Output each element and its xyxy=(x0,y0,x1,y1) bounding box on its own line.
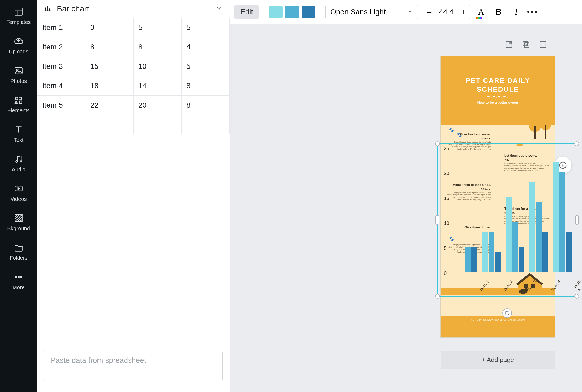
paw-icon: 🐾 xyxy=(449,127,454,133)
bar-chart[interactable]: 0510152025 Item 1Item 2Item 3Item 4Item … xyxy=(446,146,574,272)
resize-handle-tl[interactable] xyxy=(435,141,440,146)
svg-point-4 xyxy=(17,69,18,71)
svg-point-11 xyxy=(18,276,19,278)
bar-group xyxy=(481,232,502,272)
y-tick-label: 10 xyxy=(444,221,449,226)
sidebar-label: Folders xyxy=(10,255,28,261)
svg-rect-3 xyxy=(15,67,22,74)
notes-icon[interactable] xyxy=(504,40,513,49)
paste-data-input[interactable]: Paste data from spreadsheet xyxy=(44,351,223,381)
chart-type-selector[interactable]: Bar chart xyxy=(37,0,230,18)
cloud-upload-icon xyxy=(13,36,24,46)
svg-point-10 xyxy=(15,276,17,278)
font-size-stepper: – 44.4 + xyxy=(423,5,470,19)
bar xyxy=(559,172,565,272)
swatch-3[interactable] xyxy=(302,6,315,18)
y-tick-label: 25 xyxy=(444,146,449,151)
sidebar-item-templates[interactable]: Templates xyxy=(0,5,37,27)
duplicate-page-icon[interactable] xyxy=(521,40,530,49)
text-icon xyxy=(13,124,24,135)
left-sidebar: Templates Uploads Photos Elements Text A… xyxy=(0,0,37,392)
sidebar-item-background[interactable]: Bkground xyxy=(0,211,37,233)
bar xyxy=(512,222,518,272)
infographic-subtitle: How to be a better owner xyxy=(477,100,519,104)
swatch-2[interactable] xyxy=(285,6,299,18)
y-tick-label: 5 xyxy=(444,246,447,251)
bar-group xyxy=(552,162,573,272)
increase-size-button[interactable]: + xyxy=(457,5,470,19)
color-spectrum-icon xyxy=(476,17,482,19)
x-category-label: Item 5 xyxy=(573,279,582,292)
table-row: Item 1055 xyxy=(37,18,230,37)
canvas-area[interactable]: PET CARE DAILY SCHEDULE How to be a bett… xyxy=(230,24,582,392)
sidebar-label: Photos xyxy=(10,78,27,84)
sidebar-item-videos[interactable]: Videos xyxy=(0,182,37,204)
shapes-icon xyxy=(13,95,24,105)
selection-box[interactable]: 0510152025 Item 1Item 2Item 3Item 4Item … xyxy=(437,143,577,297)
x-category-label: Item 2 xyxy=(503,279,514,292)
bar xyxy=(471,247,477,272)
svg-point-5 xyxy=(15,97,18,100)
sidebar-item-folders[interactable]: Folders xyxy=(0,241,37,263)
bar xyxy=(529,182,535,272)
table-row: Item 315105 xyxy=(37,57,230,76)
sidebar-label: Audio xyxy=(12,167,25,173)
resize-handle-bl[interactable] xyxy=(435,294,440,299)
divider xyxy=(320,5,320,19)
infographic-title: PET CARE DAILY SCHEDULE xyxy=(466,76,530,93)
svg-point-12 xyxy=(20,276,22,278)
y-tick-label: 15 xyxy=(444,196,449,201)
sidebar-item-photos[interactable]: Photos xyxy=(0,64,37,86)
bar-group xyxy=(528,182,549,272)
bar xyxy=(465,247,471,272)
music-icon xyxy=(13,154,24,164)
sidebar-item-audio[interactable]: Audio xyxy=(0,152,37,174)
bold-button[interactable]: B xyxy=(492,6,505,18)
sidebar-item-uploads[interactable]: Uploads xyxy=(0,34,37,56)
trees-icon xyxy=(528,120,552,146)
y-tick-label: 20 xyxy=(444,171,449,176)
chart-data-table[interactable]: Item 1055 Item 2884 Item 315105 Item 418… xyxy=(37,18,230,134)
x-category-label: Item 3 xyxy=(527,279,538,292)
color-swatches xyxy=(269,6,315,18)
resize-handle-tr[interactable] xyxy=(574,141,579,146)
chevron-down-icon xyxy=(407,8,413,16)
sidebar-item-text[interactable]: Text xyxy=(0,123,37,145)
rotate-handle[interactable] xyxy=(502,308,512,318)
chart-data-panel: Bar chart Item 1055 Item 2884 Item 31510… xyxy=(37,0,230,392)
font-name: Open Sans Light xyxy=(330,8,386,16)
table-row xyxy=(37,115,230,134)
video-icon xyxy=(13,183,24,194)
text-color-button[interactable]: A xyxy=(475,6,487,18)
add-page-icon[interactable] xyxy=(538,40,547,49)
svg-point-7 xyxy=(20,160,22,161)
resize-handle-br[interactable] xyxy=(574,294,579,299)
sidebar-item-elements[interactable]: Elements xyxy=(0,93,37,115)
sidebar-item-more[interactable]: More xyxy=(0,270,37,292)
bar-chart-icon xyxy=(44,4,52,13)
edit-button[interactable]: Edit xyxy=(234,5,259,19)
decrease-size-button[interactable]: – xyxy=(423,5,436,19)
table-row: Item 522208 xyxy=(37,96,230,115)
italic-button[interactable]: I xyxy=(510,6,523,18)
y-tick-label: 0 xyxy=(444,271,447,276)
more-options-button[interactable] xyxy=(527,11,537,13)
resize-handle-left[interactable] xyxy=(435,215,439,225)
swatch-1[interactable] xyxy=(269,6,283,18)
folder-icon xyxy=(13,242,24,253)
add-page-button[interactable]: + Add page xyxy=(441,351,555,369)
chevron-down-icon xyxy=(216,5,223,13)
font-selector[interactable]: Open Sans Light xyxy=(325,5,418,19)
bar xyxy=(519,247,524,272)
bar xyxy=(506,197,512,272)
infographic-header: PET CARE DAILY SCHEDULE How to be a bett… xyxy=(441,56,555,125)
top-toolbar: Edit Open Sans Light – 44.4 + A B I xyxy=(230,0,582,24)
bar xyxy=(495,252,501,272)
svg-rect-21 xyxy=(545,125,546,139)
infographic-footer: MORE INFO: WWW.REALLYGREATSITE.COM xyxy=(441,316,555,337)
sidebar-label: Elements xyxy=(7,108,29,114)
bar-group xyxy=(504,197,526,272)
sidebar-label: Videos xyxy=(11,196,27,202)
resize-handle-right[interactable] xyxy=(575,215,579,225)
font-size-value[interactable]: 44.4 xyxy=(436,5,457,19)
